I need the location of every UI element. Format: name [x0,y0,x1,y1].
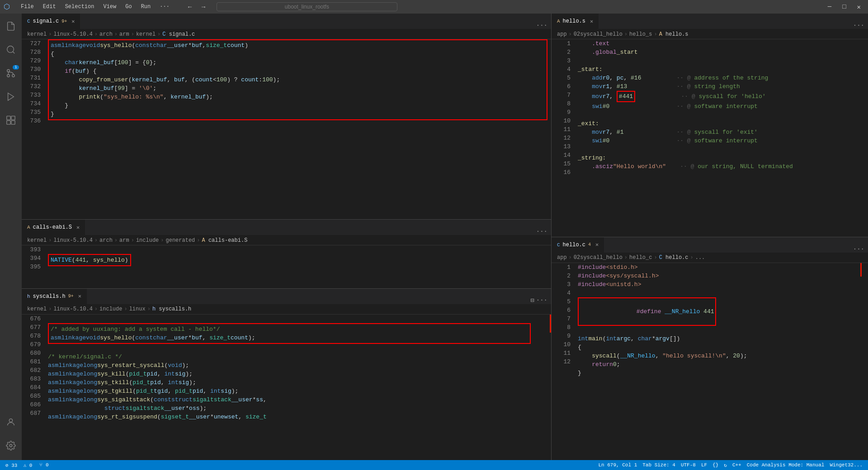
git-count[interactable]: ⑂ 0 [39,462,48,468]
signal-c-line-numbers: 727728729730 731732733734 735736 [22,39,44,219]
bc-kernel3[interactable]: kernel [27,306,47,312]
code-line-395 [48,266,547,275]
signal-c-tab-close[interactable]: ✕ [71,18,75,25]
asm-line-7: mov r7, #441 ·· @ syscall for 'hello' [578,91,864,102]
window-close[interactable]: ✕ [854,2,864,12]
bc-app2[interactable]: app [557,254,567,261]
menu-more[interactable]: ··· [156,3,173,11]
menu-view[interactable]: View [99,3,120,11]
syscalls-h-tab-label: syscalls.h [33,293,66,300]
menu-edit[interactable]: Edit [39,3,60,11]
hello-s-panel: A hello.s ✕ ··· app › 02syscall_hello › … [552,14,868,237]
bc-arch2[interactable]: arch [99,237,113,244]
svg-rect-7 [7,116,10,120]
breadcrumb-arch[interactable]: arch [99,31,113,38]
hello-c-tab[interactable]: C hello.c 4 ✕ [552,237,604,253]
split-editor-icon[interactable]: ⊟ [530,296,534,304]
more-actions-icon2[interactable]: ··· [536,228,547,235]
bc-hello-s-current: A hello.s [659,31,689,38]
calls-eabi-tab[interactable]: A calls-eabi.S ✕ [22,220,85,235]
more-actions-icon5[interactable]: ··· [853,245,864,253]
svg-point-2 [12,75,15,77]
calls-eabi-tab-label: calls-eabi.S [33,224,72,230]
bc-hello-c-dir[interactable]: hello_c [629,254,652,261]
bc-app[interactable]: app [557,31,567,38]
bc-linux-dir[interactable]: linux [129,306,146,312]
bc-include[interactable]: include [136,237,159,244]
syscalls-h-tab[interactable]: h syscalls.h 9+ ✕ [22,289,87,304]
refresh-icon[interactable]: ↻ [724,462,727,468]
calls-eabi-tab-close[interactable]: ✕ [76,224,80,231]
breadcrumb-kernel[interactable]: kernel [27,31,47,38]
svg-rect-9 [7,121,10,124]
bc-linux3[interactable]: linux-5.10.4 [53,306,92,312]
window-minimize[interactable]: ─ [824,2,835,12]
c-line-2: #include <sys/syscall.h> [578,272,864,280]
search-input[interactable] [217,2,397,11]
editor-area: C signal.c 9+ ✕ ··· kernel › linux-5.10.… [22,14,868,460]
asm-line-2: .global _start [578,48,864,56]
more-actions-icon3[interactable]: ··· [536,296,547,304]
nav-forward-button[interactable]: → [198,2,209,11]
menu-go[interactable]: Go [122,3,135,11]
bc-linux2[interactable]: linux-5.10.4 [53,237,92,244]
bc-kernel[interactable]: kernel [27,237,47,244]
breadcrumb-linux[interactable]: linux-5.10.4 [53,31,92,38]
breadcrumb-arm[interactable]: arm [119,31,129,38]
asm-line-11: mov r7, #1 ·· @ syscall for 'exit' [578,128,864,136]
winget[interactable]: Winget32... [830,462,863,468]
hello-c-code: #include <stdio.h> #include <sys/syscall… [574,263,868,461]
hello-s-code-area[interactable]: 1234 5678 9101112 13141516 .text .global… [552,39,868,237]
breadcrumb-kernel2[interactable]: kernel [136,31,156,38]
line-ending[interactable]: LF [701,462,707,468]
bc-02syscall[interactable]: 02syscall_hello [574,31,623,38]
language-mode[interactable]: C++ [732,462,741,468]
syscalls-h-tab-actions: ⊟ ··· [527,296,551,304]
search-icon[interactable] [0,39,22,61]
code-line-728: { [51,50,545,58]
remote-icon[interactable] [0,411,22,433]
hello-c-breadcrumb: app › 02syscall_hello › hello_c › C hell… [552,253,868,263]
hello-c-tab-close[interactable]: ✕ [595,241,599,248]
menu-selection[interactable]: Selection [61,3,98,11]
menu-file[interactable]: File [17,3,38,11]
encoding[interactable]: UTF-8 [681,462,696,468]
bc-generated[interactable]: generated [166,237,195,244]
bc-include3[interactable]: include [99,306,122,312]
signal-c-tab[interactable]: C signal.c 9+ ✕ [22,14,80,29]
c-line-1: #include <stdio.h> [578,263,864,272]
extensions-icon[interactable] [0,109,22,131]
settings-icon[interactable] [0,435,22,456]
more-actions-icon4[interactable]: ··· [853,22,864,29]
source-control-icon[interactable]: 1 [0,62,22,84]
bc-ellipsis[interactable]: ... [695,254,705,261]
source-control-badge: 1 [13,65,19,70]
calls-eabi-code-area[interactable]: 393394395 NATIVE(441, sys_hello) [22,245,551,288]
bc-02syscall2[interactable]: 02syscall_hello [574,254,623,261]
error-count[interactable]: ⊘ 33 ⚠ 0 [5,462,32,468]
code-analysis[interactable]: Code Analysis Mode: Manual [747,462,825,468]
menu-run[interactable]: Run [137,3,155,11]
window-maximize[interactable]: □ [839,2,849,12]
left-panels: C signal.c 9+ ✕ ··· kernel › linux-5.10.… [22,14,552,460]
bc-arm2[interactable]: arm [119,237,129,244]
cursor-position[interactable]: Ln 679, Col 1 [598,462,637,468]
run-debug-icon[interactable] [0,86,22,108]
c-line-3: #include <unistd.h> [578,280,864,289]
nav-back-button[interactable]: ← [184,2,196,11]
signal-c-code-area[interactable]: 727728729730 731732733734 735736 asmlink… [22,39,551,219]
files-icon[interactable] [0,15,22,37]
hello-s-tab[interactable]: A hello.s ✕ [552,14,599,29]
c-line-5: #define __NR_hello 441 [578,297,864,326]
syscalls-h-tab-close[interactable]: ✕ [78,293,81,300]
syscalls-h-code-area[interactable]: 676677678679 680681682683 684685686687 /… [22,315,551,460]
more-actions-icon[interactable]: ··· [536,22,547,29]
activity-bottom [0,411,22,460]
bc-hello-s-dir[interactable]: hello_s [629,31,652,38]
code-line-733: printk("sys_hello: %s\n", kernel_buf); [51,93,545,101]
braces[interactable]: {} [712,462,718,468]
hello-c-code-area[interactable]: 1234 5678 9101112 #include <stdio.h> #in… [552,263,868,461]
hello-s-tab-close[interactable]: ✕ [590,18,593,25]
code-line-729: char kernel_buf[100] = {0}; [51,58,545,67]
tab-size[interactable]: Tab Size: 4 [642,462,675,468]
